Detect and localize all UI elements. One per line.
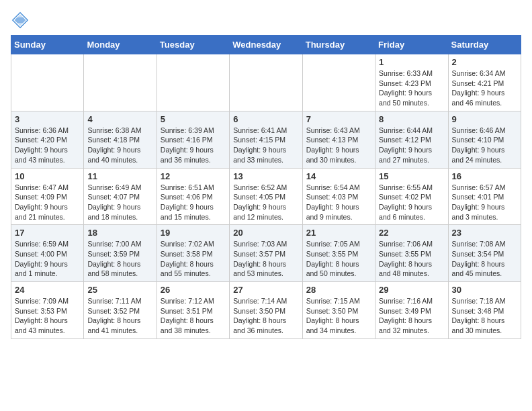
day-number: 22 (379, 228, 444, 238)
day-info: Sunrise: 7:11 AM Sunset: 3:52 PM Dayligh… (87, 296, 152, 336)
calendar-cell: 24Sunrise: 7:09 AM Sunset: 3:53 PM Dayli… (11, 282, 84, 339)
day-number: 30 (452, 285, 517, 295)
day-header-thursday: Thursday (302, 36, 375, 54)
page-header (11, 11, 521, 30)
day-info: Sunrise: 7:09 AM Sunset: 3:53 PM Dayligh… (15, 296, 80, 336)
day-number: 10 (15, 171, 80, 181)
day-info: Sunrise: 7:03 AM Sunset: 3:57 PM Dayligh… (233, 239, 298, 279)
calendar-cell: 20Sunrise: 7:03 AM Sunset: 3:57 PM Dayli… (230, 225, 302, 282)
calendar-cell: 10Sunrise: 6:47 AM Sunset: 4:09 PM Dayli… (11, 168, 84, 225)
day-info: Sunrise: 6:49 AM Sunset: 4:07 PM Dayligh… (87, 183, 152, 222)
day-header-monday: Monday (84, 36, 157, 54)
calendar-cell: 7Sunrise: 6:43 AM Sunset: 4:13 PM Daylig… (302, 111, 375, 168)
calendar-cell: 27Sunrise: 7:14 AM Sunset: 3:50 PM Dayli… (230, 282, 302, 339)
calendar-cell: 23Sunrise: 7:08 AM Sunset: 3:54 PM Dayli… (448, 225, 521, 282)
day-info: Sunrise: 6:36 AM Sunset: 4:20 PM Dayligh… (15, 126, 80, 165)
day-info: Sunrise: 6:51 AM Sunset: 4:06 PM Dayligh… (161, 183, 226, 222)
day-number: 3 (15, 114, 80, 124)
calendar-week-row: 3Sunrise: 6:36 AM Sunset: 4:20 PM Daylig… (11, 111, 521, 168)
day-info: Sunrise: 6:57 AM Sunset: 4:01 PM Dayligh… (452, 183, 517, 222)
day-number: 19 (161, 228, 226, 238)
calendar-cell: 22Sunrise: 7:06 AM Sunset: 3:55 PM Dayli… (375, 225, 448, 282)
day-number: 16 (452, 171, 517, 181)
day-info: Sunrise: 7:16 AM Sunset: 3:49 PM Dayligh… (379, 296, 444, 336)
calendar-cell: 13Sunrise: 6:52 AM Sunset: 4:05 PM Dayli… (230, 168, 302, 225)
day-number: 2 (452, 57, 517, 67)
day-info: Sunrise: 6:43 AM Sunset: 4:13 PM Dayligh… (306, 126, 371, 165)
day-number: 8 (379, 114, 444, 124)
day-number: 21 (306, 228, 371, 238)
day-number: 11 (87, 171, 152, 181)
day-number: 29 (379, 285, 444, 295)
day-number: 15 (379, 171, 444, 181)
day-number: 14 (306, 171, 371, 181)
day-info: Sunrise: 6:44 AM Sunset: 4:12 PM Dayligh… (379, 126, 444, 165)
day-number: 20 (233, 228, 298, 238)
day-number: 27 (233, 285, 298, 295)
calendar-cell: 26Sunrise: 7:12 AM Sunset: 3:51 PM Dayli… (157, 282, 229, 339)
day-info: Sunrise: 6:54 AM Sunset: 4:03 PM Dayligh… (306, 183, 371, 222)
day-info: Sunrise: 6:41 AM Sunset: 4:15 PM Dayligh… (233, 126, 298, 165)
calendar-cell: 4Sunrise: 6:38 AM Sunset: 4:18 PM Daylig… (84, 111, 157, 168)
calendar-cell: 21Sunrise: 7:05 AM Sunset: 3:55 PM Dayli… (302, 225, 375, 282)
calendar-week-row: 17Sunrise: 6:59 AM Sunset: 4:00 PM Dayli… (11, 225, 521, 282)
day-header-wednesday: Wednesday (230, 36, 302, 54)
calendar-week-row: 24Sunrise: 7:09 AM Sunset: 3:53 PM Dayli… (11, 282, 521, 339)
calendar-cell (157, 54, 229, 111)
day-number: 7 (306, 114, 371, 124)
day-info: Sunrise: 6:52 AM Sunset: 4:05 PM Dayligh… (233, 183, 298, 222)
day-info: Sunrise: 6:46 AM Sunset: 4:10 PM Dayligh… (452, 126, 517, 165)
day-header-sunday: Sunday (11, 36, 84, 54)
day-info: Sunrise: 6:39 AM Sunset: 4:16 PM Dayligh… (161, 126, 226, 165)
day-info: Sunrise: 7:08 AM Sunset: 3:54 PM Dayligh… (452, 239, 517, 279)
day-number: 24 (15, 285, 80, 295)
day-number: 25 (87, 285, 152, 295)
day-number: 9 (452, 114, 517, 124)
calendar-cell: 8Sunrise: 6:44 AM Sunset: 4:12 PM Daylig… (375, 111, 448, 168)
day-info: Sunrise: 7:02 AM Sunset: 3:58 PM Dayligh… (161, 239, 226, 279)
day-info: Sunrise: 6:33 AM Sunset: 4:23 PM Dayligh… (379, 68, 444, 108)
calendar-cell: 6Sunrise: 6:41 AM Sunset: 4:15 PM Daylig… (230, 111, 302, 168)
calendar-cell: 17Sunrise: 6:59 AM Sunset: 4:00 PM Dayli… (11, 225, 84, 282)
calendar-cell: 25Sunrise: 7:11 AM Sunset: 3:52 PM Dayli… (84, 282, 157, 339)
day-info: Sunrise: 7:18 AM Sunset: 3:48 PM Dayligh… (452, 296, 517, 336)
calendar-cell: 19Sunrise: 7:02 AM Sunset: 3:58 PM Dayli… (157, 225, 229, 282)
day-info: Sunrise: 7:14 AM Sunset: 3:50 PM Dayligh… (233, 296, 298, 336)
svg-marker-2 (15, 17, 26, 23)
calendar-cell: 5Sunrise: 6:39 AM Sunset: 4:16 PM Daylig… (157, 111, 229, 168)
day-header-saturday: Saturday (448, 36, 521, 54)
calendar-cell: 1Sunrise: 6:33 AM Sunset: 4:23 PM Daylig… (375, 54, 448, 111)
day-number: 26 (161, 285, 226, 295)
day-info: Sunrise: 6:55 AM Sunset: 4:02 PM Dayligh… (379, 183, 444, 222)
day-info: Sunrise: 6:59 AM Sunset: 4:00 PM Dayligh… (15, 239, 80, 279)
calendar-cell: 2Sunrise: 6:34 AM Sunset: 4:21 PM Daylig… (448, 54, 521, 111)
calendar-cell (302, 54, 375, 111)
calendar-table: SundayMondayTuesdayWednesdayThursdayFrid… (11, 35, 521, 339)
calendar-cell: 28Sunrise: 7:15 AM Sunset: 3:50 PM Dayli… (302, 282, 375, 339)
day-number: 1 (379, 57, 444, 67)
day-number: 4 (87, 114, 152, 124)
calendar-cell: 3Sunrise: 6:36 AM Sunset: 4:20 PM Daylig… (11, 111, 84, 168)
calendar-cell: 15Sunrise: 6:55 AM Sunset: 4:02 PM Dayli… (375, 168, 448, 225)
calendar-cell: 18Sunrise: 7:00 AM Sunset: 3:59 PM Dayli… (84, 225, 157, 282)
day-number: 17 (15, 228, 80, 238)
day-info: Sunrise: 7:05 AM Sunset: 3:55 PM Dayligh… (306, 239, 371, 279)
calendar-cell (84, 54, 157, 111)
day-number: 6 (233, 114, 298, 124)
day-info: Sunrise: 6:38 AM Sunset: 4:18 PM Dayligh… (87, 126, 152, 165)
day-number: 13 (233, 171, 298, 181)
calendar-header-row: SundayMondayTuesdayWednesdayThursdayFrid… (11, 36, 521, 54)
calendar-week-row: 1Sunrise: 6:33 AM Sunset: 4:23 PM Daylig… (11, 54, 521, 111)
day-info: Sunrise: 7:15 AM Sunset: 3:50 PM Dayligh… (306, 296, 371, 336)
day-number: 23 (452, 228, 517, 238)
calendar-cell: 9Sunrise: 6:46 AM Sunset: 4:10 PM Daylig… (448, 111, 521, 168)
calendar-week-row: 10Sunrise: 6:47 AM Sunset: 4:09 PM Dayli… (11, 168, 521, 225)
calendar-cell: 16Sunrise: 6:57 AM Sunset: 4:01 PM Dayli… (448, 168, 521, 225)
calendar-cell: 11Sunrise: 6:49 AM Sunset: 4:07 PM Dayli… (84, 168, 157, 225)
day-number: 18 (87, 228, 152, 238)
day-number: 28 (306, 285, 371, 295)
day-header-friday: Friday (375, 36, 448, 54)
day-header-tuesday: Tuesday (157, 36, 229, 54)
calendar-cell: 29Sunrise: 7:16 AM Sunset: 3:49 PM Dayli… (375, 282, 448, 339)
day-info: Sunrise: 7:12 AM Sunset: 3:51 PM Dayligh… (161, 296, 226, 336)
